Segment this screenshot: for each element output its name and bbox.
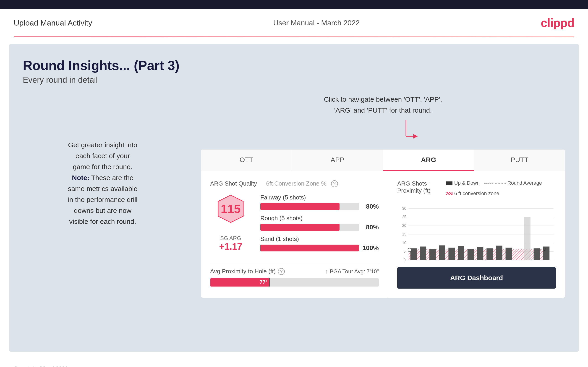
- dashboard-card: OTT APP ARG PUTT ARG Shot Quality 6ft Co…: [201, 149, 565, 298]
- page-title: Round Insights... (Part 3): [23, 58, 565, 73]
- tab-app[interactable]: APP: [292, 150, 383, 171]
- desc-line8: visible for each round.: [69, 218, 136, 225]
- legend-6ft-zone: 6 ft conversion zone: [446, 191, 499, 197]
- svg-rect-29: [496, 246, 502, 260]
- chart-header-row: ARG Shots - Proximity (ft) Up & Down - -…: [397, 180, 556, 197]
- svg-text:8: 8: [543, 247, 545, 252]
- arg-dashboard-button[interactable]: ARG Dashboard: [397, 267, 556, 289]
- legend-hatched-icon: [446, 192, 452, 195]
- chart-title: ARG Shots - Proximity (ft): [397, 180, 446, 194]
- legend-solid-icon: [446, 182, 452, 185]
- bar-label-rough: Rough (5 shots): [260, 215, 379, 222]
- desc-note: Note:: [72, 174, 89, 182]
- bar-track-fairway: [260, 203, 359, 210]
- bar-fill-sand: [260, 245, 359, 251]
- bar-pct-fairway: 80%: [363, 203, 379, 210]
- proximity-cursor: [269, 278, 270, 286]
- proximity-value: 77': [259, 279, 267, 286]
- proximity-header: Avg Proximity to Hole (ft) ? ↑ PGA Tour …: [210, 268, 379, 275]
- bar-row-sand: Sand (1 shots) 100%: [260, 235, 379, 252]
- proximity-label: Avg Proximity to Hole (ft) ?: [210, 268, 285, 275]
- score-column: 115 SG ARG +1.17: [210, 194, 251, 256]
- svg-rect-23: [439, 245, 445, 260]
- svg-rect-21: [420, 247, 426, 260]
- sg-arg-section: SG ARG +1.17: [219, 233, 242, 252]
- hint-text: Click to navigate between 'OTT', 'APP', …: [324, 94, 442, 116]
- bar-label-fairway: Fairway (5 shots): [260, 194, 379, 201]
- tab-ott[interactable]: OTT: [201, 150, 292, 171]
- left-description-panel: Get greater insight into each facet of y…: [23, 94, 182, 298]
- svg-rect-27: [477, 247, 483, 260]
- svg-point-35: [408, 248, 412, 252]
- legend-round-avg-label: - - - - Round Average: [495, 180, 542, 186]
- shot-quality-inner: 115 SG ARG +1.17 Fairway (5 shot: [210, 194, 379, 256]
- svg-text:0: 0: [404, 258, 406, 262]
- hint-section: Click to navigate between 'OTT', 'APP', …: [201, 94, 565, 145]
- desc-line3: game for the round.: [73, 163, 133, 170]
- header-divider: [14, 36, 574, 37]
- bar-label-sand: Sand (1 shots): [260, 235, 379, 242]
- desc-line2: each facet of your: [76, 152, 130, 159]
- svg-text:30: 30: [402, 207, 406, 210]
- tabs-row: OTT APP ARG PUTT: [201, 150, 565, 171]
- main-content: Round Insights... (Part 3) Every round i…: [9, 44, 579, 352]
- svg-rect-25: [458, 246, 464, 260]
- bar-row-fairway: Fairway (5 shots) 80%: [260, 194, 379, 210]
- bar-track-sand: [260, 245, 359, 251]
- copyright: Copyright Clippd 2021: [14, 365, 68, 367]
- top-bar: [0, 0, 588, 9]
- bar-container-fairway: 80%: [260, 203, 379, 210]
- left-card-section: ARG Shot Quality 6ft Conversion Zone % ?: [201, 171, 388, 298]
- svg-rect-31: [524, 217, 530, 260]
- card-body: ARG Shot Quality 6ft Conversion Zone % ?: [201, 171, 565, 298]
- proximity-bar-track: 77': [210, 278, 379, 286]
- bar-pct-sand: 100%: [362, 244, 379, 252]
- bar-container-rough: 80%: [260, 224, 379, 231]
- page-subtitle: Every round in detail: [23, 75, 565, 85]
- legend-up-down: Up & Down: [446, 180, 480, 186]
- bar-container-sand: 100%: [260, 244, 379, 252]
- pga-avg-label: ↑ PGA Tour Avg: 7'10": [325, 268, 379, 275]
- legend-6ft-label: 6 ft conversion zone: [454, 191, 499, 197]
- proximity-section: Avg Proximity to Hole (ft) ? ↑ PGA Tour …: [210, 263, 379, 286]
- bar-track-rough: [260, 224, 359, 231]
- legend-dashed-icon: [484, 183, 493, 184]
- question-icon[interactable]: ?: [331, 180, 338, 187]
- svg-text:25: 25: [402, 215, 406, 219]
- sg-arg-value: +1.17: [219, 242, 242, 252]
- svg-rect-24: [448, 248, 455, 260]
- upload-label: Upload Manual Activity: [14, 18, 92, 27]
- bars-column: Fairway (5 shots) 80% Rou: [260, 194, 379, 256]
- sg-arg-label: SG ARG: [219, 235, 242, 242]
- tab-arg[interactable]: ARG: [383, 150, 474, 171]
- proximity-question-icon[interactable]: ?: [278, 268, 285, 275]
- svg-text:5: 5: [404, 249, 406, 253]
- svg-text:15: 15: [402, 232, 406, 236]
- svg-text:20: 20: [402, 224, 406, 227]
- legend-up-down-label: Up & Down: [454, 180, 480, 186]
- svg-marker-2: [413, 134, 418, 139]
- arrow-container: [401, 118, 420, 145]
- conversion-label: 6ft Conversion Zone %: [266, 180, 326, 187]
- desc-line1: Get greater insight into: [68, 141, 137, 149]
- chart-legend: Up & Down - - - - Round Average 6 ft con…: [446, 180, 556, 197]
- navigation-arrow-icon: [401, 118, 420, 143]
- logo: clippd: [541, 16, 574, 30]
- left-description-text: Get greater insight into each facet of y…: [23, 140, 182, 227]
- svg-text:10: 10: [402, 241, 406, 245]
- tab-putt[interactable]: PUTT: [474, 150, 565, 171]
- right-card-section: ARG Shots - Proximity (ft) Up & Down - -…: [388, 171, 565, 298]
- svg-rect-22: [429, 249, 436, 260]
- hexagon-number: 115: [221, 202, 241, 216]
- chart-area: 0 5 10 15 20 25 30: [397, 199, 556, 263]
- desc-line4: These are the: [89, 174, 133, 182]
- desc-line6: in the performance drill: [68, 196, 137, 203]
- proximity-label-text: Avg Proximity to Hole (ft): [210, 268, 276, 275]
- proximity-bar-fill: 77': [210, 278, 269, 286]
- desc-line5: same metrics available: [68, 185, 137, 192]
- header: Upload Manual Activity User Manual - Mar…: [0, 9, 588, 36]
- legend-round-avg: - - - - Round Average: [484, 180, 542, 186]
- bar-fill-rough: [260, 224, 339, 231]
- shot-quality-header-row: ARG Shot Quality 6ft Conversion Zone % ?: [210, 180, 379, 187]
- header-center-label: User Manual - March 2022: [273, 19, 360, 27]
